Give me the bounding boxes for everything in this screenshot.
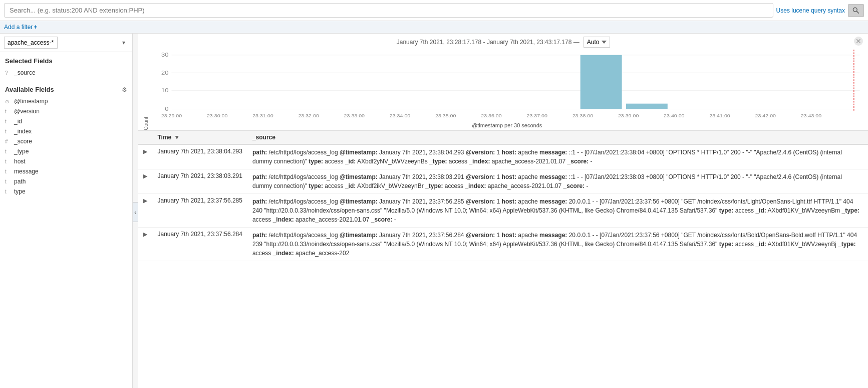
expand-icon[interactable]: ▶: [143, 148, 147, 154]
source-cell: path: /etc/httpd/logs/access_log @timest…: [247, 144, 868, 169]
chart-container: Count 30 20 10 0: [143, 50, 863, 130]
available-field-item[interactable]: ttype: [0, 186, 132, 197]
chart-area: January 7th 2021, 23:28:17.178 - January…: [138, 34, 868, 131]
field-name-label: type: [14, 188, 26, 195]
svg-text:30: 30: [162, 52, 169, 58]
search-icon: [852, 7, 859, 14]
search-input[interactable]: [4, 3, 773, 18]
available-field-item[interactable]: #_score: [0, 136, 132, 146]
chart-header: January 7th 2021, 23:28:17.178 - January…: [143, 37, 863, 48]
results-area[interactable]: Time ▼ _source ▶ January 7th 2021, 23:38…: [138, 131, 868, 388]
th-expand: [138, 131, 152, 144]
field-name-label: @timestamp: [14, 98, 48, 105]
main-layout: apache_access-* Selected Fields ?_source…: [0, 34, 868, 388]
svg-text:23:43:00: 23:43:00: [801, 113, 822, 118]
field-name-label: host: [14, 158, 26, 165]
svg-text:23:40:00: 23:40:00: [664, 113, 685, 118]
add-filter-button[interactable]: Add a filter+: [4, 24, 37, 31]
row-expand-cell[interactable]: ▶: [138, 194, 152, 228]
index-selector: apache_access-*: [0, 34, 132, 52]
results-table: Time ▼ _source ▶ January 7th 2021, 23:38…: [138, 131, 868, 261]
field-type-icon: t: [5, 179, 11, 184]
svg-text:10: 10: [162, 87, 169, 94]
selected-fields-section: Selected Fields ?_source: [0, 52, 132, 81]
available-fields-title: Available Fields: [5, 86, 54, 93]
field-name-label: _score: [14, 138, 32, 145]
selected-fields-title: Selected Fields: [0, 52, 132, 68]
time-cell: January 7th 2021, 23:38:03.291: [152, 169, 247, 194]
svg-text:23:35:00: 23:35:00: [435, 113, 456, 118]
collapse-sidebar-button[interactable]: ‹: [133, 202, 138, 222]
source-cell: path: /etc/httpd/logs/access_log @timest…: [247, 169, 868, 194]
chart-x-label: @timestamp per 30 seconds: [151, 121, 863, 130]
available-field-item[interactable]: t_index: [0, 126, 132, 136]
field-type-icon: t: [5, 119, 11, 124]
time-cell: January 7th 2021, 23:37:56.285: [152, 194, 247, 228]
bar-10: [626, 104, 668, 109]
field-name-label: _source: [14, 69, 36, 76]
field-name-label: path: [14, 178, 26, 185]
available-field-item[interactable]: thost: [0, 156, 132, 166]
th-time[interactable]: Time ▼: [152, 131, 247, 144]
expand-icon[interactable]: ▶: [143, 198, 147, 204]
row-expand-cell[interactable]: ▶: [138, 228, 152, 261]
row-expand-cell[interactable]: ▶: [138, 169, 152, 194]
table-row: ▶ January 7th 2021, 23:37:56.285 path: /…: [138, 194, 868, 228]
svg-text:0: 0: [165, 105, 169, 112]
svg-text:23:38:00: 23:38:00: [572, 113, 594, 118]
field-type-icon: t: [5, 189, 11, 195]
field-type-icon: t: [5, 169, 11, 174]
available-field-item[interactable]: t@version: [0, 106, 132, 116]
expand-icon[interactable]: ▶: [143, 173, 147, 179]
field-name-label: _type: [14, 148, 29, 155]
svg-text:23:32:00: 23:32:00: [299, 113, 320, 118]
chart-svg: 30 20 10 0 23:29:00 23:30:00: [151, 50, 863, 120]
row-expand-cell[interactable]: ▶: [138, 144, 152, 169]
bar-9: [581, 55, 622, 109]
svg-text:23:31:00: 23:31:00: [253, 113, 274, 118]
sort-arrow-icon: ▼: [174, 134, 180, 141]
table-row: ▶ January 7th 2021, 23:38:04.293 path: /…: [138, 144, 868, 169]
svg-text:23:39:00: 23:39:00: [618, 113, 639, 118]
field-type-icon: t: [5, 109, 11, 114]
search-button[interactable]: [848, 4, 864, 17]
source-cell: path: /etc/httpd/logs/access_log @timest…: [247, 194, 868, 228]
available-field-item[interactable]: t_type: [0, 146, 132, 156]
svg-text:20: 20: [162, 69, 169, 76]
source-cell: path: /etc/httpd/logs/access_log @timest…: [247, 228, 868, 261]
chart-auto-select[interactable]: Auto: [584, 37, 610, 48]
field-name-label: _id: [14, 118, 22, 125]
results-tbody: ▶ January 7th 2021, 23:38:04.293 path: /…: [138, 144, 868, 261]
table-row: ▶ January 7th 2021, 23:38:03.291 path: /…: [138, 169, 868, 194]
field-name-label: _index: [14, 128, 32, 135]
field-name-label: @version: [14, 108, 40, 115]
available-field-item[interactable]: tmessage: [0, 166, 132, 176]
available-fields-header: Available Fields ⚙: [0, 81, 132, 96]
available-fields-list: ⊙@timestampt@versiont_idt_index#_scoret_…: [0, 96, 132, 197]
available-field-item[interactable]: tpath: [0, 176, 132, 186]
table-row: ▶ January 7th 2021, 23:37:56.284 path: /…: [138, 228, 868, 261]
available-field-item[interactable]: t_id: [0, 116, 132, 126]
selected-field-item[interactable]: ?_source: [0, 68, 132, 78]
th-source: _source: [247, 131, 868, 144]
field-type-icon: ⊙: [5, 99, 11, 104]
svg-text:23:30:00: 23:30:00: [207, 113, 228, 118]
selected-fields-list: ?_source: [0, 68, 132, 78]
main-content: January 7th 2021, 23:28:17.178 - January…: [138, 34, 868, 388]
table-header-row: Time ▼ _source: [138, 131, 868, 144]
chart-title: January 7th 2021, 23:28:17.178 - January…: [397, 39, 580, 46]
svg-text:23:41:00: 23:41:00: [710, 113, 731, 118]
field-name-label: message: [14, 168, 39, 175]
svg-text:23:34:00: 23:34:00: [390, 113, 411, 118]
svg-text:23:36:00: 23:36:00: [481, 113, 502, 118]
expand-icon[interactable]: ▶: [143, 231, 147, 237]
chart-close-button[interactable]: ✕: [854, 37, 863, 46]
index-select[interactable]: apache_access-*: [4, 37, 58, 49]
svg-text:23:29:00: 23:29:00: [161, 113, 182, 118]
filter-bar: Add a filter+: [0, 21, 868, 34]
field-type-icon: #: [5, 139, 11, 144]
field-type-icon: t: [5, 149, 11, 154]
gear-icon[interactable]: ⚙: [122, 86, 127, 93]
lucene-link[interactable]: Uses lucene query syntax: [776, 7, 845, 14]
available-field-item[interactable]: ⊙@timestamp: [0, 96, 132, 106]
